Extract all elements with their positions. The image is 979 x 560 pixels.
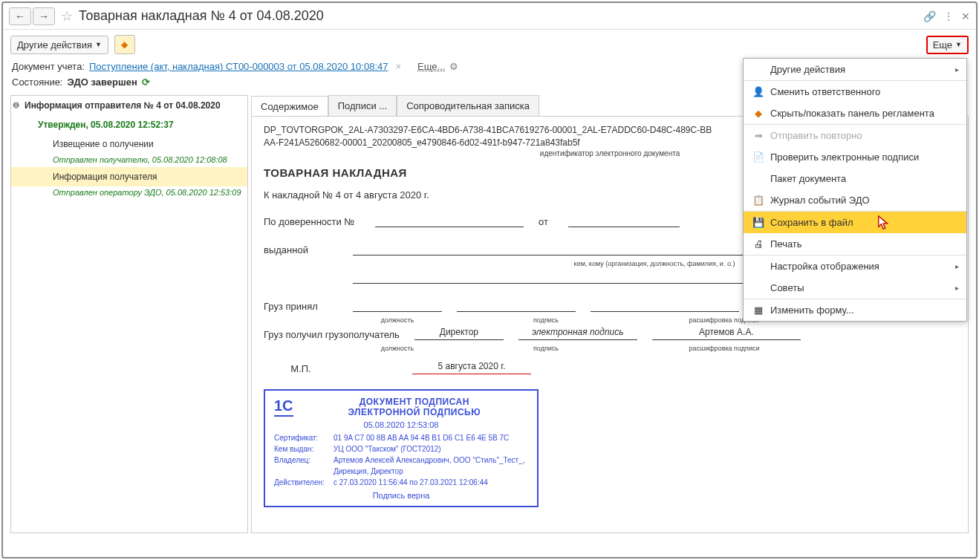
schema-icon: ◆ [121, 39, 128, 50]
kebab-icon[interactable]: ⋮ [943, 10, 954, 22]
menu-resend: ➡Отправить повторно [744, 125, 966, 146]
cap-position-2: должность [353, 345, 442, 352]
issued-label: выданной [264, 244, 338, 255]
cargo-accept-label: Груз принял [264, 301, 338, 312]
more-label: Еще [933, 39, 952, 51]
cap-sign-2: подпись [487, 345, 605, 352]
accept-decrypt [591, 299, 739, 312]
menu-other-actions[interactable]: Другие действия [744, 59, 966, 81]
sig-valid-v: с 27.03.2020 11:56:44 по 27.03.2021 12:0… [334, 477, 488, 488]
clear-doc-icon[interactable]: × [395, 61, 401, 72]
sidebar-approved: Утвержден, 05.08.2020 12:52:37 [11, 115, 247, 134]
cargo-receive-label: Груз получил грузополучатель [264, 329, 400, 340]
form-icon: ▦ [751, 305, 766, 316]
menu-event-log[interactable]: 📋Журнал событий ЭДО [744, 189, 966, 212]
tab-signatures[interactable]: Подписи ... [328, 95, 397, 116]
sig-title: ДОКУМЕНТ ПОДПИСАНЭЛЕКТРОННОЙ ПОДПИСЬЮ [301, 397, 528, 417]
cargo-receive-row: Груз получил грузополучатель Директор эл… [264, 327, 956, 340]
menu-package[interactable]: Пакет документа [744, 168, 966, 189]
cap-position-1: должность [353, 316, 442, 324]
sidebar-head[interactable]: Информация отправителя № 4 от 04.08.2020 [11, 96, 247, 115]
receive-decrypt: Артемов А.А. [652, 327, 801, 340]
sig-issuer-k: Кем выдан: [274, 443, 334, 455]
arrow-icon: ➡ [751, 130, 766, 141]
favorite-icon[interactable]: ☆ [61, 8, 73, 25]
toolbar: Другие действия ▼ ◆ Еще ▼ [3, 30, 976, 59]
sig-issuer-v: УЦ ООО "Такском" (ГОСТ2012) [334, 443, 441, 455]
signature-box: 1C ДОКУМЕНТ ПОДПИСАНЭЛЕКТРОННОЙ ПОДПИСЬЮ… [264, 389, 539, 507]
schema-icon: ◆ [751, 108, 766, 119]
doc-more-link[interactable]: Еще... [417, 61, 445, 72]
doc-label: Документ учета: [12, 61, 85, 72]
chevron-down-icon: ▼ [955, 41, 962, 48]
menu-change-responsible[interactable]: 👤Сменить ответственного [744, 81, 966, 102]
more-menu: Другие действия 👤Сменить ответственного … [743, 58, 967, 322]
receive-position: Директор [414, 327, 504, 340]
verify-icon: 📄 [751, 152, 766, 163]
proxy-from-label: от [539, 216, 553, 227]
link-icon[interactable]: 🔗 [923, 10, 936, 22]
tab-cover-note[interactable]: Сопроводительная записка [397, 95, 539, 116]
app-window: ← → ☆ Товарная накладная № 4 от 04.08.20… [1, 1, 978, 559]
menu-save-file[interactable]: 💾Сохранить в файл [744, 212, 966, 233]
forward-button[interactable]: → [33, 7, 55, 25]
sig-logo: 1C [274, 397, 293, 417]
proxy-date-field [568, 214, 680, 227]
state-label: Состояние: [12, 76, 62, 88]
other-actions-button[interactable]: Другие действия ▼ [10, 36, 108, 54]
sig-cert-v: 01 9A C7 00 8B AB AA 94 4B B1 D6 C1 E6 4… [334, 432, 509, 443]
close-icon[interactable]: ✕ [961, 10, 970, 22]
back-button[interactable]: ← [9, 7, 31, 25]
gear-icon[interactable]: ⚙ [449, 61, 458, 72]
menu-change-form[interactable]: ▦Изменить форму... [744, 299, 966, 321]
mp-row: М.П. 5 августа 2020 г. [264, 361, 956, 374]
titlebar: ← → ☆ Товарная накладная № 4 от 04.08.20… [3, 3, 976, 30]
cap-sign-1: подпись [487, 316, 605, 324]
log-icon: 📋 [751, 195, 766, 206]
sidebar-item-recipient[interactable]: Информация получателя [11, 167, 247, 186]
cap-decrypt-2: расшифровка подписи [650, 345, 799, 352]
sig-owner-v: Артемов Алексей Александрович, ООО "Стил… [334, 455, 528, 477]
save-icon: 💾 [751, 217, 766, 228]
other-actions-label: Другие действия [17, 39, 92, 51]
sidebar-item-receipt-status: Отправлен получателю, 05.08.2020 12:08:0… [11, 154, 247, 167]
refresh-icon[interactable]: ⟳ [142, 76, 150, 88]
menu-print[interactable]: 🖨Печать [744, 233, 966, 255]
menu-tips[interactable]: Советы [744, 277, 966, 299]
more-button[interactable]: Еще ▼ [926, 36, 969, 54]
doc-link[interactable]: Поступление (акт, накладная) СТ00-000003… [89, 61, 388, 72]
sidebar-item-recipient-status: Отправлен оператору ЭДО, 05.08.2020 12:5… [11, 186, 247, 200]
menu-verify-signatures[interactable]: 📄Проверить электронные подписи [744, 146, 966, 168]
mp-date: 5 августа 2020 г. [412, 361, 531, 374]
sig-cert-k: Сертификат: [274, 432, 334, 443]
sig-owner-k: Владелец: [274, 455, 334, 477]
proxy-label: По доверенности № [264, 216, 360, 227]
mp-label: М.П. [264, 363, 338, 374]
state-value: ЭДО завершен [67, 76, 137, 88]
proxy-number-field [375, 214, 524, 227]
menu-display-settings[interactable]: Настройка отображения [744, 255, 966, 277]
accept-position [353, 299, 442, 312]
receive-sign: электронная подпись [518, 327, 637, 340]
sidebar-item-receipt[interactable]: Извещение о получении [11, 134, 247, 154]
sig-valid-k: Действителен: [274, 477, 334, 488]
tab-content[interactable]: Содержимое [251, 96, 328, 117]
schema-button[interactable]: ◆ [114, 35, 135, 54]
sidebar: Информация отправителя № 4 от 04.08.2020… [10, 95, 248, 533]
window-title: Товарная накладная № 4 от 04.08.2020 [79, 8, 324, 24]
chevron-down-icon: ▼ [95, 41, 102, 48]
sig-ok: Подпись верна [274, 491, 528, 500]
menu-toggle-panel[interactable]: ◆Скрыть/показать панель регламента [744, 102, 966, 125]
person-icon: 👤 [751, 86, 766, 97]
print-icon: 🖨 [751, 238, 766, 250]
sig-date: 05.08.2020 12:53:08 [274, 420, 528, 429]
accept-sign [457, 299, 576, 312]
cursor-icon [877, 215, 891, 231]
